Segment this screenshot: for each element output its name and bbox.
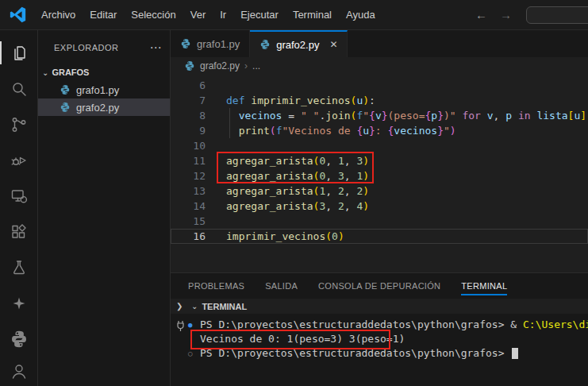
terminal-text: Vecinos de 0: 1(peso=3) 3(peso=1) xyxy=(200,332,405,346)
token: " " xyxy=(301,110,319,122)
more-actions-icon[interactable]: ⋯ xyxy=(150,44,163,52)
token: " xyxy=(363,110,369,122)
menu-item-ver[interactable]: Ver xyxy=(183,0,213,29)
token: ) xyxy=(363,95,369,106)
code-line-8[interactable]: 8 vecinos = " ".join(f"{v}(peso={p})" fo… xyxy=(171,108,588,123)
token: , xyxy=(325,185,338,197)
terminal-token: PS D:\proyectos\estructuraddedatos\pytho… xyxy=(200,347,510,359)
breadcrumb: grafo2.py › ... xyxy=(171,57,588,75)
python-file-icon xyxy=(184,60,195,71)
menu-item-ir[interactable]: Ir xyxy=(213,0,233,29)
terminal-line-2[interactable]: Vecinos de 0: 1(peso=3) 3(peso=1) xyxy=(171,332,588,346)
folder-section-grafos[interactable]: ⌄ GRAFOS xyxy=(38,64,170,81)
terminal-line-3[interactable]: ○PS D:\proyectos\estructuraddedatos\pyth… xyxy=(171,346,588,361)
menu-item-terminal[interactable]: Terminal xyxy=(286,0,339,29)
panel-tab-terminal[interactable]: TERMINAL xyxy=(461,273,507,299)
token: )" xyxy=(444,110,456,122)
activity-explorer-icon[interactable] xyxy=(0,35,38,71)
token: ( xyxy=(325,230,332,242)
menu-item-ayuda[interactable]: Ayuda xyxy=(339,0,382,29)
code-line-6[interactable]: 6 xyxy=(171,78,588,93)
python-file-icon xyxy=(180,38,191,49)
menu-item-archivo[interactable]: Archivo xyxy=(34,0,83,29)
close-icon[interactable]: ✕ xyxy=(329,39,337,50)
file-item-grafo2.py[interactable]: grafo2.py xyxy=(38,98,170,116)
command-decoration-icon: ● xyxy=(188,318,200,332)
panel-tab-problemas[interactable]: PROBLEMAS xyxy=(188,273,244,299)
activity-copilot-icon[interactable] xyxy=(0,285,38,321)
code-text: agregar_arista(0, 1, 3) xyxy=(206,153,369,168)
token: 2 xyxy=(338,200,344,212)
code-text xyxy=(206,138,226,153)
token: vecinos xyxy=(394,125,437,137)
tab-label: grafo2.py xyxy=(276,39,319,51)
terminal-line-1[interactable]: ●PS D:\proyectos\estructuraddedatos\pyth… xyxy=(171,318,588,332)
token: , xyxy=(325,155,338,167)
token: } xyxy=(369,125,375,137)
code-line-15[interactable]: 15 xyxy=(171,214,588,229)
activity-search-icon[interactable] xyxy=(0,71,38,106)
menu-item-ejecutar[interactable]: Ejecutar xyxy=(233,0,286,29)
panel-tab-consola-de-depuración[interactable]: CONSOLA DE DEPURACIÓN xyxy=(318,273,440,299)
activity-extensions-icon[interactable] xyxy=(0,214,38,249)
search-input[interactable] xyxy=(526,6,588,24)
panel-tab-salida[interactable]: SALIDA xyxy=(265,273,298,299)
token: agregar_arista xyxy=(226,155,313,167)
activity-account-icon[interactable] xyxy=(0,361,38,380)
activity-remote-explorer-icon[interactable] xyxy=(0,178,38,214)
token xyxy=(226,110,239,122)
menu-item-editar[interactable]: Editar xyxy=(83,0,124,29)
token: , xyxy=(344,170,357,182)
token: { xyxy=(369,110,375,122)
python-file-icon xyxy=(60,102,71,113)
activity-source-control-icon[interactable] xyxy=(0,106,38,142)
panel-tab-bar: PROBLEMASSALIDACONSOLA DE DEPURACIÓNTERM… xyxy=(171,273,588,299)
token: 1 xyxy=(338,155,344,167)
token: lista xyxy=(536,110,567,122)
token: vecinos xyxy=(239,110,282,122)
activity-testing-icon[interactable] xyxy=(0,249,38,285)
code-line-12[interactable]: 12agregar_arista(0, 3, 1) xyxy=(171,168,588,183)
token xyxy=(481,110,487,122)
file-label: grafo1.py xyxy=(76,84,119,96)
breadcrumb-file[interactable]: grafo2.py xyxy=(200,60,240,71)
history-nav: ← → xyxy=(475,8,512,21)
line-number: 6 xyxy=(171,78,206,93)
line-number: 10 xyxy=(171,138,206,153)
code-line-11[interactable]: 11agregar_arista(0, 1, 3) xyxy=(171,153,588,168)
token: p xyxy=(431,110,437,122)
token: v xyxy=(487,110,494,122)
code-line-16[interactable]: 16imprimir_vecinos(0) xyxy=(171,229,588,244)
activity-run-debug-icon[interactable] xyxy=(0,142,38,178)
code-text: vecinos = " ".join(f"{v}(peso={p})" for … xyxy=(206,108,588,123)
token: } xyxy=(382,110,388,122)
line-number: 9 xyxy=(171,123,206,138)
menu-item-selección[interactable]: Selección xyxy=(124,0,183,29)
forward-icon[interactable]: → xyxy=(500,8,512,21)
terminal-token: PS D:\proyectos\estructuraddedatos\pytho… xyxy=(200,318,510,330)
terminal-section-header[interactable]: ❯ ⌄ TERMINAL xyxy=(171,299,588,314)
back-icon[interactable]: ← xyxy=(475,8,487,21)
line-number: 8 xyxy=(171,108,206,123)
code-editor[interactable]: 67def imprimir_vecinos(u):8 vecinos = " … xyxy=(171,75,588,272)
activity-python-icon[interactable] xyxy=(0,321,38,357)
breadcrumb-more[interactable]: ... xyxy=(252,60,260,71)
tab-grafo2.py[interactable]: grafo2.py✕ xyxy=(250,30,348,57)
token: ) xyxy=(363,200,369,212)
chevron-right-icon[interactable]: ❯ xyxy=(176,302,191,311)
main-area: EXPLORADOR ⋯ ⌄ GRAFOS grafo1.pygrafo2.py… xyxy=(0,30,588,386)
vscode-window: ArchivoEditarSelecciónVerIrEjecutarTermi… xyxy=(0,0,588,386)
code-text: imprimir_vecinos(0) xyxy=(206,229,344,244)
token: : xyxy=(375,125,388,137)
code-line-9[interactable]: 9 print(f"Vecinos de {u}: {vecinos}") xyxy=(171,123,588,138)
line-number: 12 xyxy=(171,168,206,183)
code-line-13[interactable]: 13agregar_arista(1, 2, 2) xyxy=(171,183,588,199)
token: p xyxy=(505,110,512,122)
terminal[interactable]: ●PS D:\proyectos\estructuraddedatos\pyth… xyxy=(171,314,588,386)
file-item-grafo1.py[interactable]: grafo1.py xyxy=(38,81,170,98)
code-line-7[interactable]: 7def imprimir_vecinos(u): xyxy=(171,93,588,108)
tab-grafo1.py[interactable]: grafo1.py xyxy=(171,30,250,57)
code-line-14[interactable]: 14agregar_arista(3, 2, 4) xyxy=(171,199,588,214)
code-line-10[interactable]: 10 xyxy=(171,138,588,153)
token: imprimir_vecinos xyxy=(251,95,350,106)
